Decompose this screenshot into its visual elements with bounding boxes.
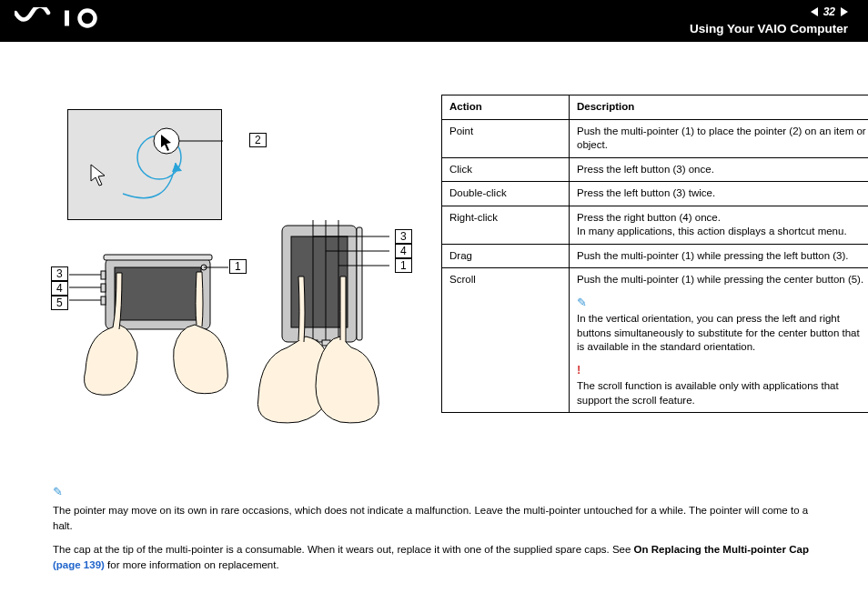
svg-rect-7 bbox=[104, 255, 212, 260]
header-bar: 32 Using Your VAIO Computer bbox=[0, 0, 868, 42]
svg-rect-6 bbox=[115, 267, 201, 320]
nav-next-icon[interactable] bbox=[841, 7, 848, 16]
page-link[interactable]: (page 139) bbox=[53, 559, 105, 570]
table-row: Drag Push the multi-pointer (1) while pr… bbox=[442, 244, 869, 268]
table-row: Scroll Push the multi-pointer (1) while … bbox=[442, 268, 869, 413]
page-content: 2 1 3 4 5 bbox=[0, 42, 868, 613]
callout-left-1: 1 bbox=[229, 259, 247, 274]
svg-rect-10 bbox=[101, 284, 106, 292]
table-row: Click Press the left button (3) once. bbox=[442, 157, 869, 182]
pointer-screen-diagram bbox=[67, 109, 222, 220]
svg-rect-0 bbox=[65, 11, 69, 26]
note-paragraph-2: The cap at the tip of the multi-pointer … bbox=[53, 542, 824, 572]
table-header-action: Action bbox=[442, 95, 570, 120]
callout-right-3: 3 bbox=[395, 229, 412, 244]
svg-rect-9 bbox=[101, 271, 106, 279]
callout-left-3: 3 bbox=[51, 266, 68, 281]
svg-point-1 bbox=[80, 11, 96, 26]
scroll-description: Push the multi-pointer (1) while pressin… bbox=[577, 273, 868, 287]
callout-right-4: 4 bbox=[395, 244, 412, 258]
device-portrait bbox=[253, 220, 389, 429]
callout-left-5: 5 bbox=[51, 296, 68, 310]
table-header-description: Description bbox=[570, 95, 869, 120]
table-row: Double-click Press the left button (3) t… bbox=[442, 182, 869, 206]
note-icon: ✎ bbox=[577, 295, 587, 311]
callout-right-1: 1 bbox=[395, 258, 412, 273]
body-notes: ✎ The pointer may move on its own in rar… bbox=[36, 484, 846, 573]
table-row: Right-click Press the right button (4) o… bbox=[442, 206, 869, 244]
device-landscape bbox=[69, 238, 228, 397]
svg-rect-11 bbox=[101, 296, 106, 305]
scroll-warning: The scroll function is available only wi… bbox=[577, 379, 868, 407]
vaio-logo bbox=[15, 7, 115, 29]
page-nav[interactable]: 32 bbox=[811, 5, 848, 18]
warning-icon: ! bbox=[577, 362, 580, 378]
diagram-area: 2 1 3 4 5 bbox=[51, 102, 410, 447]
callout-left-4: 4 bbox=[51, 281, 68, 296]
callout-2: 2 bbox=[249, 133, 267, 147]
table-row: Point Push the multi-pointer (1) to plac… bbox=[442, 119, 869, 157]
page-number: 32 bbox=[823, 5, 835, 18]
action-description-table: Action Description Point Push the multi-… bbox=[441, 95, 868, 413]
svg-rect-18 bbox=[357, 227, 362, 340]
note-paragraph-1: The pointer may move on its own in rare … bbox=[53, 505, 808, 531]
scroll-note: In the vertical orientation, you can pre… bbox=[577, 312, 868, 355]
note-icon: ✎ bbox=[53, 484, 63, 501]
section-title: Using Your VAIO Computer bbox=[690, 22, 848, 35]
nav-prev-icon[interactable] bbox=[811, 7, 818, 16]
